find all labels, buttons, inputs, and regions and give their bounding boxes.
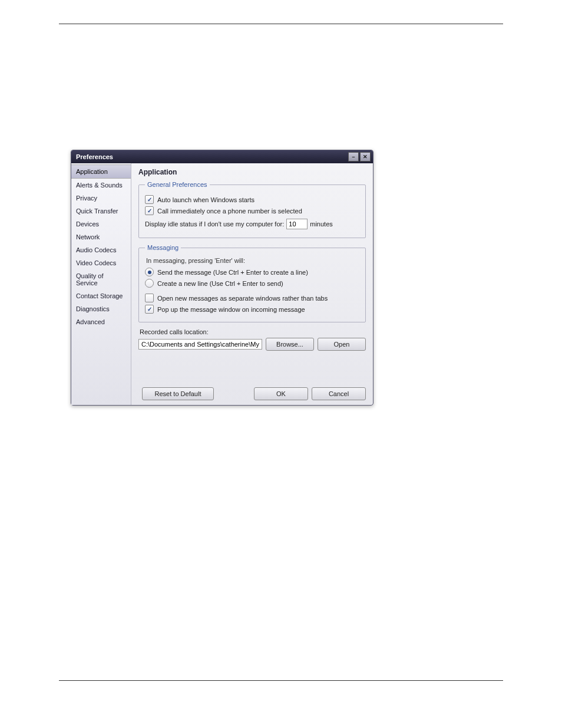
- messaging-group: Messaging In messaging, pressing 'Enter'…: [138, 244, 366, 322]
- open-button[interactable]: Open: [318, 338, 366, 351]
- sidebar-item-advanced[interactable]: Advanced: [71, 315, 131, 328]
- recorded-location-label: Recorded calls location:: [140, 328, 366, 335]
- dialog-title: Preferences: [76, 153, 347, 160]
- idle-minutes-input[interactable]: [286, 219, 308, 229]
- dialog-footer: Reset to Default OK Cancel: [138, 387, 366, 400]
- sidebar-item-quality-of-service[interactable]: Quality of Service: [71, 269, 131, 289]
- popup-message-checkbox[interactable]: [145, 305, 154, 314]
- sidebar-item-diagnostics[interactable]: Diagnostics: [71, 302, 131, 315]
- messaging-intro: In messaging, pressing 'Enter' will:: [146, 257, 359, 264]
- enter-send-radio[interactable]: [145, 268, 154, 276]
- sidebar-item-alerts-sounds[interactable]: Alerts & Sounds: [71, 179, 131, 192]
- auto-launch-label: Auto launch when Windows starts: [157, 196, 254, 203]
- sidebar-item-contact-storage[interactable]: Contact Storage: [71, 289, 131, 302]
- titlebar: Preferences – ✕: [71, 150, 373, 163]
- sidebar-item-application[interactable]: Application: [71, 164, 131, 179]
- sidebar-item-quick-transfer[interactable]: Quick Transfer: [71, 205, 131, 218]
- general-legend: General Preferences: [145, 181, 210, 188]
- cancel-button[interactable]: Cancel: [312, 387, 366, 400]
- page-top-rule: [59, 24, 503, 24]
- sidebar-item-audio-codecs[interactable]: Audio Codecs: [71, 243, 131, 256]
- sidebar: Application Alerts & Sounds Privacy Quic…: [71, 163, 131, 405]
- separate-windows-checkbox[interactable]: [145, 294, 154, 302]
- sidebar-item-privacy[interactable]: Privacy: [71, 192, 131, 205]
- idle-suffix-label: minutes: [310, 220, 333, 228]
- minimize-button[interactable]: –: [348, 152, 359, 162]
- enter-newline-label: Create a new line (Use Ctrl + Enter to s…: [157, 280, 283, 287]
- preferences-dialog: Preferences – ✕ Application Alerts & Sou…: [71, 150, 373, 406]
- general-preferences-group: General Preferences Auto launch when Win…: [138, 181, 366, 238]
- reset-to-default-button[interactable]: Reset to Default: [142, 387, 214, 400]
- messaging-legend: Messaging: [145, 244, 181, 251]
- panel: Application General Preferences Auto lau…: [131, 163, 373, 405]
- recorded-location-input[interactable]: [138, 339, 262, 350]
- close-button[interactable]: ✕: [360, 152, 371, 162]
- panel-title: Application: [138, 168, 366, 176]
- enter-newline-radio[interactable]: [145, 279, 154, 288]
- call-immediately-checkbox[interactable]: [145, 206, 154, 215]
- sidebar-item-devices[interactable]: Devices: [71, 218, 131, 230]
- auto-launch-checkbox[interactable]: [145, 195, 154, 204]
- enter-send-label: Send the message (Use Ctrl + Enter to cr…: [157, 269, 308, 276]
- browse-button[interactable]: Browse...: [266, 338, 314, 351]
- idle-prefix-label: Display idle status if I don't use my co…: [145, 220, 284, 228]
- call-immediately-label: Call immediately once a phone number is …: [157, 207, 302, 215]
- separate-windows-label: Open new messages as separate windows ra…: [157, 295, 328, 302]
- ok-button[interactable]: OK: [254, 387, 308, 400]
- sidebar-item-network[interactable]: Network: [71, 230, 131, 243]
- sidebar-item-video-codecs[interactable]: Video Codecs: [71, 256, 131, 269]
- page-bottom-rule: [59, 680, 503, 681]
- popup-message-label: Pop up the message window on incoming me…: [157, 306, 305, 313]
